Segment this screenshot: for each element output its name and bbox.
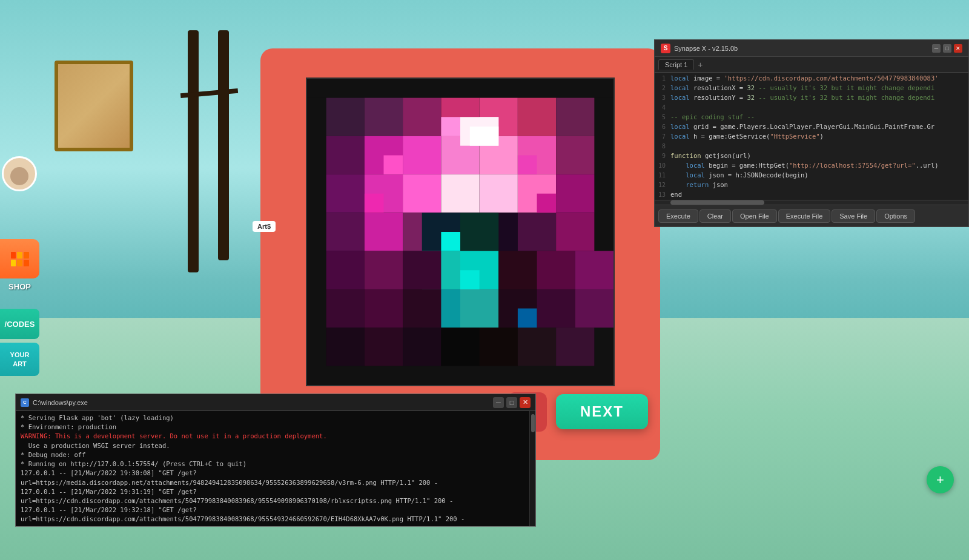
shop-square-1 xyxy=(11,252,16,259)
svg-rect-58 xyxy=(441,117,460,136)
cmd-line-3: WARNING: This is a development server. D… xyxy=(21,432,531,441)
green-plus-button[interactable]: + xyxy=(927,466,954,493)
cmd-line-2: * Environment: production xyxy=(21,423,531,432)
cmd-line-1: * Serving Flask app 'bot' (lazy loading) xyxy=(21,413,531,423)
cmd-line-4: Use a production WSGI server instead. xyxy=(21,441,531,450)
svg-rect-7 xyxy=(403,97,441,136)
save-file-button[interactable]: Save File xyxy=(832,209,875,223)
open-file-button[interactable]: Open File xyxy=(732,209,777,223)
cmd-icon: C xyxy=(21,398,29,407)
pole-1 xyxy=(188,30,199,272)
codes-button[interactable]: /CODES xyxy=(0,309,39,339)
shop-square-2 xyxy=(17,252,22,259)
svg-rect-34 xyxy=(460,212,498,251)
svg-rect-41 xyxy=(403,251,441,289)
shop-square-5 xyxy=(17,260,22,266)
svg-rect-66 xyxy=(518,308,537,328)
synapse-window: S Synapse X - v2.15.0b ─ □ ✕ Script 1 + … xyxy=(654,39,969,227)
svg-rect-54 xyxy=(441,328,479,366)
svg-rect-62 xyxy=(365,193,384,212)
cmd-line-6: * Running on http://127.0.0.1:57554/ (Pr… xyxy=(21,460,531,469)
svg-rect-23 xyxy=(480,174,518,212)
cmd-output: * Serving Flask app 'bot' (lazy loading)… xyxy=(16,411,535,526)
svg-rect-18 xyxy=(556,136,594,174)
cmd-line-9: 127.0.0.1 -- [21/Mar/2022 19:32:18] "GET… xyxy=(21,506,531,524)
execute-button[interactable]: Execute xyxy=(658,209,698,223)
svg-rect-42 xyxy=(498,251,537,289)
art-sign-container: Art$ xyxy=(253,221,276,232)
cmd-maximize[interactable]: □ xyxy=(506,397,517,408)
svg-rect-21 xyxy=(403,174,441,212)
options-button[interactable]: Options xyxy=(876,209,915,223)
synapse-title-text: Synapse X - v2.15.0b xyxy=(674,45,738,52)
synapse-minimize[interactable]: ─ xyxy=(932,44,941,53)
shop-square-3 xyxy=(24,252,29,259)
code-line-13: 13 end xyxy=(655,190,968,200)
svg-rect-46 xyxy=(365,289,403,327)
code-line-5: 5 -- epic coding stuf -- xyxy=(655,113,968,122)
svg-rect-60 xyxy=(384,155,403,174)
synapse-tabs: Script 1 + xyxy=(655,57,968,73)
synapse-logo-icon: S xyxy=(661,44,670,53)
svg-rect-47 xyxy=(403,289,441,327)
cmd-minimize[interactable]: ─ xyxy=(493,397,504,408)
svg-rect-6 xyxy=(365,97,403,136)
svg-rect-61 xyxy=(518,155,537,174)
cmd-line-5: * Debug mode: off xyxy=(21,450,531,460)
svg-rect-5 xyxy=(326,97,365,136)
svg-rect-1 xyxy=(307,79,326,385)
synapse-title-left: S Synapse X - v2.15.0b xyxy=(661,44,738,53)
shop-icon-container xyxy=(0,239,39,278)
synapse-window-controls: ─ □ ✕ xyxy=(932,44,962,53)
shop-square-4 xyxy=(11,260,16,266)
cmd-line-7: 127.0.0.1 -- [21/Mar/2022 19:30:08] "GET… xyxy=(21,469,531,487)
svg-rect-43 xyxy=(537,251,575,289)
cmd-scrollbar-thumb xyxy=(531,414,535,432)
cmd-scrollbar[interactable] xyxy=(529,411,535,526)
pixel-art-svg xyxy=(307,79,613,385)
code-line-4: 4 xyxy=(655,103,968,113)
cmd-window: C C:\windows\py.exe ─ □ ✕ * Serving Flas… xyxy=(15,394,536,527)
svg-rect-45 xyxy=(326,289,365,327)
clear-button[interactable]: Clear xyxy=(699,209,731,223)
code-line-6: 6 local grid = game.Players.LocalPlayer.… xyxy=(655,122,968,132)
svg-rect-39 xyxy=(326,251,365,289)
synapse-maximize[interactable]: □ xyxy=(943,44,951,53)
code-line-8: 8 xyxy=(655,142,968,151)
synapse-editor[interactable]: 1 local image = 'https://cdn.discordapp.… xyxy=(655,73,968,200)
shop-square-6 xyxy=(24,260,29,266)
code-line-9: 9 function getjson(url) xyxy=(655,151,968,161)
shop-label: SHOP xyxy=(8,282,31,291)
svg-rect-44 xyxy=(575,251,613,289)
svg-rect-50 xyxy=(575,289,613,327)
svg-rect-68 xyxy=(470,127,498,146)
svg-rect-10 xyxy=(518,97,556,136)
svg-rect-14 xyxy=(403,136,441,174)
execute-file-button[interactable]: Execute File xyxy=(778,209,831,223)
code-line-3: 3 local resolutionY = 32 -- usually it's… xyxy=(655,93,968,103)
next-button[interactable]: NEXT xyxy=(556,394,648,429)
synapse-close[interactable]: ✕ xyxy=(954,44,962,53)
synapse-scrollbar[interactable] xyxy=(655,200,968,205)
svg-rect-56 xyxy=(518,328,556,366)
cmd-close[interactable]: ✕ xyxy=(520,397,531,408)
svg-rect-4 xyxy=(307,366,613,385)
code-line-1: 1 local image = 'https://cdn.discordapp.… xyxy=(655,74,968,84)
shop-label-container: SHOP xyxy=(0,278,39,294)
synapse-tab-1[interactable]: Script 1 xyxy=(658,59,694,70)
svg-rect-12 xyxy=(326,136,365,174)
code-line-2: 2 local resolutionX = 32 -- usually it's… xyxy=(655,84,968,93)
svg-rect-19 xyxy=(326,174,365,212)
cmd-window-controls: ─ □ ✕ xyxy=(493,397,531,408)
synapse-tab-add[interactable]: + xyxy=(694,60,706,70)
svg-rect-26 xyxy=(326,212,365,251)
svg-rect-31 xyxy=(518,212,556,251)
synapse-toolbar: Execute Clear Open File Execute File Sav… xyxy=(655,205,968,226)
your-art-button[interactable]: YOUR ART xyxy=(0,343,39,376)
svg-rect-40 xyxy=(365,251,403,289)
svg-rect-55 xyxy=(480,328,518,366)
code-content: 1 local image = 'https://cdn.discordapp.… xyxy=(655,73,968,200)
cmd-title-text: C:\windows\py.exe xyxy=(33,399,88,406)
pixel-art-canvas xyxy=(306,77,615,386)
svg-rect-2 xyxy=(594,79,613,385)
